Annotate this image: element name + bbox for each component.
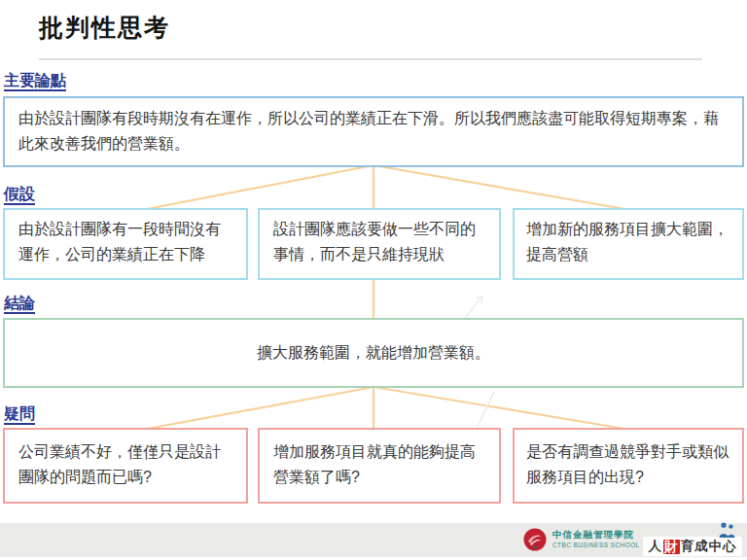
assumption-box-2: 設計團隊應該要做一些不同的事情，而不是只維持現狀 xyxy=(258,208,501,280)
conclusion-box: 擴大服務範圍，就能增加營業額。 xyxy=(3,318,744,388)
center-name-badge: 人財育成中心 xyxy=(643,537,742,556)
center-name-part3: 育成中心 xyxy=(681,538,737,555)
main-point-box: 由於設計團隊有段時期沒有在運作，所以公司的業績正在下滑。所以我們應該盡可能取得短… xyxy=(3,96,744,167)
slide: 批判性思考 主要論點 由於設計團隊有段時期沒有在運作，所以公司的業績正在下滑。所… xyxy=(0,0,747,560)
question-box-1: 公司業績不好，僅僅只是設計團隊的問題而已嗎? xyxy=(3,428,248,504)
people-icon xyxy=(716,522,737,538)
school-name: 中信金融管理學院 CTBC BUSINESS SCHOOL xyxy=(552,530,640,548)
question-box-3: 是否有調查過競爭對手或類似服務項目的出現? xyxy=(513,428,744,504)
assumption-box-3: 增加新的服務項目擴大範圍，提高營額 xyxy=(513,208,744,280)
section-heading-conclusion: 結論 xyxy=(4,294,35,314)
ctbc-seal-icon xyxy=(523,528,547,551)
section-heading-questions: 疑問 xyxy=(4,404,35,425)
connector-conclusion-to-question3 xyxy=(374,387,630,430)
question-box-2: 增加服務項目就真的能夠提高營業額了嗎? xyxy=(258,428,501,504)
connector-main-to-assume1 xyxy=(142,165,374,210)
assumption-box-1: 由於設計團隊有一段時間沒有運作，公司的業績正在下降 xyxy=(3,208,248,280)
connector-main-to-assume3 xyxy=(374,165,630,210)
school-name-en: CTBC BUSINESS SCHOOL xyxy=(552,542,640,549)
center-name-part1: 人 xyxy=(649,538,663,555)
section-heading-main-point: 主要論點 xyxy=(4,71,66,91)
section-heading-assumptions: 假設 xyxy=(4,185,35,205)
school-name-zh: 中信金融管理學院 xyxy=(552,530,640,540)
footer-bar: 中信金融管理學院 CTBC BUSINESS SCHOOL 人財育成中心 xyxy=(0,523,747,557)
center-name-part2: 財 xyxy=(663,540,680,554)
connector-conclusion-to-question1 xyxy=(142,387,374,430)
